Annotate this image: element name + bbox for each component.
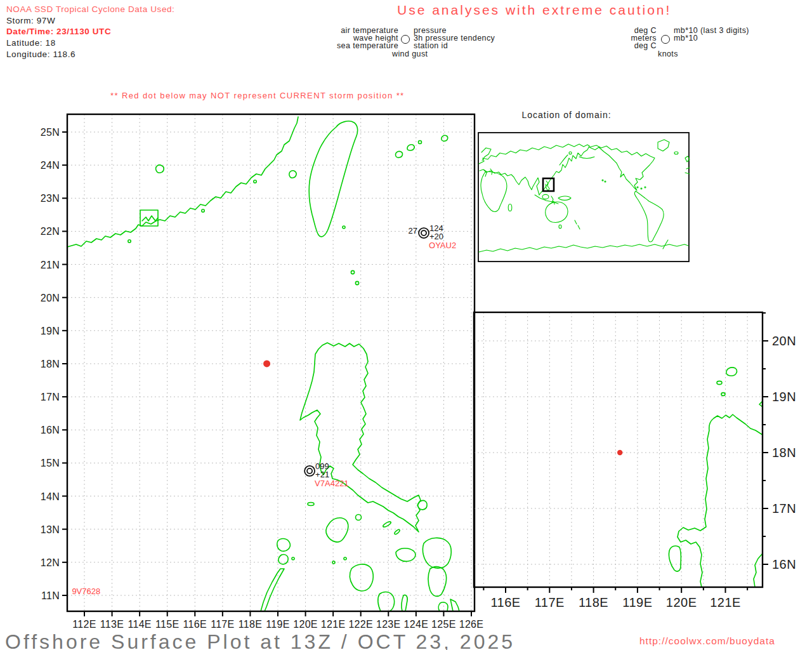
station-circle-inner	[307, 468, 312, 474]
pearl-delta-detail	[142, 216, 158, 221]
lon-tick-label: 122E	[348, 619, 373, 630]
station-tendency: +20	[429, 232, 443, 241]
coastline-southeast	[754, 554, 763, 587]
bolinao-islet	[669, 546, 681, 571]
ryukyu-island	[396, 151, 403, 157]
ryukyu-island	[407, 145, 414, 150]
lat-tick-label: 11N	[41, 590, 60, 601]
unit-sea-degc: deg C	[584, 42, 657, 50]
lat-tick-label: 18N	[772, 446, 796, 460]
caribbean-island	[637, 187, 638, 188]
inset-map-border	[474, 312, 763, 587]
culion-island	[278, 554, 288, 564]
ryukyu-island	[442, 135, 448, 141]
ryukyu-island	[419, 141, 422, 144]
station-circle-inner	[421, 230, 426, 235]
hawaii	[602, 180, 603, 181]
lat-tick-label: 20N	[41, 293, 60, 303]
offshore-surface-plot-page: NOAA SSD Tropical Cyclone Data Used: Sto…	[0, 0, 812, 650]
datetime-line: Date/Time: 23/1130 UTC	[6, 26, 111, 37]
aleutian-arc	[579, 157, 594, 159]
coastline-eurasia-north	[479, 144, 589, 164]
legend-sea-temperature: sea temperature	[273, 42, 398, 50]
coastline-china	[67, 117, 298, 247]
lat-tick-label: 19N	[41, 326, 60, 336]
main-map-coastlines	[67, 117, 459, 611]
borneo	[542, 194, 549, 199]
lon-tick-label: 120E	[666, 595, 697, 609]
station-id-label: 9V7628	[72, 587, 100, 596]
world-locator-map	[478, 132, 690, 262]
coastline-north-america	[589, 145, 655, 190]
coastal-island	[202, 209, 204, 212]
domain-highlight-box	[543, 178, 554, 191]
inset-gridlines	[474, 312, 763, 587]
coastline-masbate	[396, 548, 416, 562]
inset-zoom-map: 20N19N18N17N16N116E117E118E119E120E121E	[461, 306, 812, 622]
lon-tick-label: 119E	[622, 595, 652, 609]
coastline-cebu	[402, 595, 407, 611]
iceland	[674, 152, 678, 154]
lat-tick-label: 17N	[41, 392, 60, 402]
caribbean-island	[645, 187, 646, 188]
coastline-bohol	[438, 602, 448, 611]
lon-tick-label: 120E	[293, 619, 318, 630]
legend-wind-gust: wind gust	[392, 50, 428, 58]
caribbean-island	[641, 188, 642, 189]
storm-position-dot	[263, 360, 270, 367]
station-plot-OYAU2: 27124+20OYAU2	[409, 223, 457, 250]
unit-knots: knots	[658, 50, 678, 58]
station-id-label: V7A4221	[315, 479, 348, 488]
lon-tick-label: 125E	[431, 619, 456, 630]
calamian-islet	[292, 557, 294, 560]
batanes-island	[351, 270, 354, 274]
lon-tick-label: 116E	[490, 595, 520, 609]
lon-tick-label: 116E	[183, 619, 207, 630]
station-plot-V7A4221: 099+21V7A4221	[304, 461, 348, 488]
coastline-taiwan	[309, 121, 357, 237]
main-map: 112E113E114E115E116E117E118E119E120E121E…	[36, 108, 480, 635]
lat-tick-label: 17N	[772, 501, 796, 515]
plot-title: Offshore Surface Plot at 13Z / OCT 23, 2…	[5, 630, 515, 650]
coastline-east-asia	[539, 146, 589, 195]
coastal-island	[128, 240, 131, 242]
coastline-australia	[546, 202, 568, 222]
island-south-of-taiwan	[343, 226, 345, 229]
lon-tick-label: 124E	[404, 619, 429, 630]
burias-island	[383, 521, 392, 527]
lon-tick-label: 114E	[128, 619, 151, 630]
babuyan-island	[726, 368, 737, 376]
legend-station-id: station id	[414, 42, 448, 50]
latitude-line: Latitude: 18	[6, 37, 56, 49]
lat-tick-label: 21N	[41, 260, 60, 270]
batanes-island	[355, 281, 358, 284]
storm-line: Storm: 97W	[6, 15, 55, 27]
domain-map-title: Location of domain:	[478, 110, 655, 120]
lat-tick-label: 16N	[41, 425, 60, 435]
coastline-south-asia	[480, 169, 539, 195]
lon-tick-label: 121E	[710, 595, 741, 609]
station-circle-icon	[661, 35, 670, 44]
lat-tick-label: 22N	[41, 226, 60, 237]
lat-tick-label: 24N	[41, 160, 60, 171]
lat-tick-label: 15N	[41, 458, 60, 468]
lat-tick-label: 25N	[41, 127, 60, 138]
main-map-foreground: 112E113E114E115E116E117E118E119E120E121E…	[41, 127, 484, 630]
lon-tick-label: 117E	[211, 619, 234, 630]
red-dot-warning: ** Red dot below may NOT represent CURRE…	[110, 91, 405, 100]
lon-tick-label: 119E	[266, 619, 289, 630]
antarctic-peninsula	[663, 240, 668, 249]
coastline-south-america	[634, 191, 664, 242]
lat-tick-label: 18N	[41, 359, 60, 369]
new-zealand	[575, 220, 577, 224]
inset-foreground: 20N19N18N17N16N116E117E118E119E120E121E	[483, 313, 796, 609]
coastline-palawan	[261, 569, 284, 611]
marinduque-island	[356, 515, 362, 521]
tasmania	[559, 225, 561, 229]
lat-tick-label: 16N	[772, 557, 796, 571]
greenland	[658, 140, 669, 151]
coastline-africa	[481, 171, 507, 211]
lon-tick-label: 123E	[376, 619, 401, 630]
islet	[344, 557, 346, 560]
source-url: http://coolwx.com/buoydata	[639, 635, 775, 647]
